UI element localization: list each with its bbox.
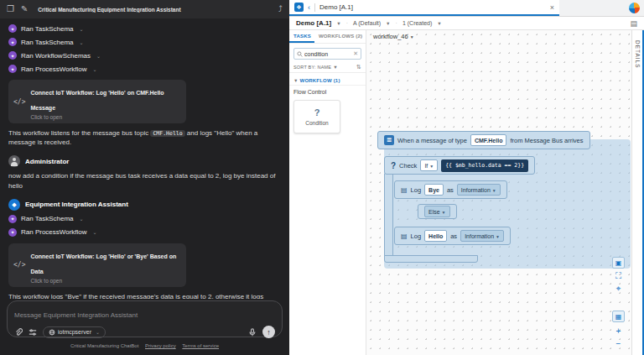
log-block[interactable]: ▤ Log Bye as Information ▼ bbox=[394, 180, 507, 199]
condition-expression[interactable]: {{ $mb_hello.data == 2}} bbox=[441, 159, 528, 172]
zoom-out-button[interactable]: − bbox=[612, 338, 625, 350]
new-chat-icon[interactable]: ✎ bbox=[21, 5, 28, 13]
back-icon[interactable]: ‹ bbox=[308, 3, 310, 12]
category-label: Flow Control bbox=[289, 85, 366, 97]
chevron-down-icon: ⌄ bbox=[80, 216, 84, 222]
auto-layout-button[interactable]: ▣ bbox=[612, 257, 625, 269]
fit-to-screen-button[interactable]: ⛶ bbox=[612, 270, 625, 282]
topic-value[interactable]: CMF.Hello bbox=[470, 134, 506, 146]
chat-panel: ❐ ✎ Critical Manufacturing Equipment Int… bbox=[0, 0, 289, 355]
workflow-result-card[interactable]: </> Connect IoT Workflow: Log 'Hello' on… bbox=[8, 80, 186, 123]
workflow-group-header[interactable]: ▼ WORKFLOW (1) bbox=[289, 73, 366, 85]
log-level-dropdown[interactable]: Information ▼ bbox=[457, 184, 501, 196]
log-label: Log bbox=[411, 232, 422, 240]
user-avatar bbox=[8, 155, 20, 167]
user-message: now add a condition if the message bus t… bbox=[8, 171, 278, 190]
assistant-header: ◆ Equipment Integration Assistant bbox=[8, 197, 281, 212]
center-selection-button[interactable]: ⌖ bbox=[612, 283, 625, 295]
log-block[interactable]: ▤ Log Hello as Information ▼ bbox=[394, 227, 511, 245]
mic-icon[interactable] bbox=[248, 328, 257, 337]
breadcrumb[interactable]: workflow_46 ▼ bbox=[373, 33, 414, 40]
divider bbox=[314, 3, 315, 12]
else-dropdown[interactable]: Else ▼ bbox=[424, 206, 450, 217]
chevron-down-icon[interactable]: ▼ bbox=[386, 21, 390, 26]
terms-link[interactable]: Terms of service bbox=[182, 343, 219, 348]
condition-operator-dropdown[interactable]: If ▼ bbox=[420, 159, 438, 171]
message-bus-icon: ≣ bbox=[384, 135, 394, 145]
sort-label[interactable]: SORT BY: NAME bbox=[293, 65, 331, 70]
tool-run-item[interactable]: ✦ Ran WorkflowSchemas ⌄ bbox=[8, 49, 281, 62]
share-icon[interactable]: ⤴ bbox=[278, 5, 283, 13]
designer-toolbar: Demo [A.1] ▼ · A (Default) ▼ · 1 (Create… bbox=[289, 17, 644, 30]
tool-run-item[interactable]: ✦ Ran TaskSchema ⌄ bbox=[8, 35, 281, 49]
tool-run-item[interactable]: ✦ Ran ProcessWorkflow ⌄ bbox=[8, 226, 281, 239]
chevron-down-icon: ▼ bbox=[293, 78, 299, 83]
tool-run-label: Ran TaskSchema bbox=[21, 215, 74, 222]
panel-menu-icon[interactable]: ▤ bbox=[630, 19, 637, 28]
chevron-down-icon: ▼ bbox=[492, 188, 496, 193]
chat-header: ❐ ✎ Critical Manufacturing Equipment Int… bbox=[0, 0, 289, 18]
state-selector[interactable]: 1 (Created) bbox=[402, 20, 432, 26]
chevron-down-icon[interactable]: ▼ bbox=[333, 65, 338, 70]
send-button[interactable]: ↑ bbox=[262, 326, 275, 338]
user-name: Administrator bbox=[25, 158, 69, 165]
designer-main: TASKS WORKFLOWS (2) ✕ SORT BY: NAME ▼ ⇅ … bbox=[289, 30, 644, 355]
chevron-down-icon: ▼ bbox=[429, 164, 434, 169]
tool-icon: ✦ bbox=[8, 228, 17, 237]
log-level-value: Information bbox=[465, 233, 494, 239]
chevron-down-icon[interactable]: ▼ bbox=[336, 21, 340, 26]
mcp-server-selector[interactable]: iotmcpserver ⌄ bbox=[43, 326, 106, 338]
operator-value: If bbox=[424, 163, 428, 169]
tool-icon: ✦ bbox=[8, 65, 17, 73]
sort-direction-icon[interactable]: ⇅ bbox=[356, 64, 361, 70]
tasks-sidebar: TASKS WORKFLOWS (2) ✕ SORT BY: NAME ▼ ⇅ … bbox=[289, 30, 366, 355]
code-icon: </> bbox=[13, 98, 25, 106]
chevron-down-icon: ⌄ bbox=[93, 66, 97, 72]
message-input[interactable] bbox=[14, 311, 275, 319]
inline-code: CMF.Hello bbox=[150, 130, 184, 137]
mcp-server-label: iotmcpserver bbox=[58, 329, 91, 335]
tool-run-item[interactable]: ✦ Ran ProcessWorkflow ⌄ bbox=[8, 62, 281, 76]
version-selector[interactable]: A (Default) bbox=[353, 20, 381, 26]
chat-footer: Critical Manufacturing ChatBot Privacy p… bbox=[0, 343, 289, 348]
check-block[interactable]: ? Check If ▼ {{ $mb_hello.data == 2}} bbox=[384, 156, 535, 175]
workflow-result-card[interactable]: </> Connect IoT Workflow: Log 'Hello' or… bbox=[8, 243, 186, 287]
workflow-name[interactable]: Demo [A.1] bbox=[296, 19, 331, 27]
trigger-block[interactable]: ≣ When a message of type CMF.Hello from … bbox=[377, 131, 590, 149]
details-tab[interactable]: DETAILS bbox=[635, 40, 641, 69]
designer-tab[interactable]: ❖ ‹ Demo [A.1] × bbox=[289, 0, 559, 16]
privacy-policy-link[interactable]: Privacy policy bbox=[145, 343, 176, 348]
log-as-label: as bbox=[450, 232, 457, 240]
tool-run-item[interactable]: ✦ Ran TaskSchema ⌄ bbox=[8, 212, 281, 226]
tool-run-label: Ran TaskSchema bbox=[21, 25, 74, 33]
minimap-button[interactable]: ▦ bbox=[612, 311, 625, 322]
task-card-condition[interactable]: ? Condition bbox=[293, 100, 340, 133]
settings-sliders-icon[interactable] bbox=[29, 328, 37, 337]
workflow-canvas[interactable]: workflow_46 ▼ ≣ When a message of type C… bbox=[366, 30, 631, 355]
assistant-message: This workflow logs "Bye" if the received… bbox=[8, 292, 278, 299]
log-icon: ▤ bbox=[401, 232, 408, 240]
designer-tabbar: ❖ ‹ Demo [A.1] × bbox=[289, 0, 644, 17]
else-block[interactable]: Else ▼ bbox=[418, 204, 457, 219]
tab-workflows[interactable]: WORKFLOWS (2) bbox=[314, 30, 366, 43]
close-icon[interactable]: × bbox=[550, 3, 554, 12]
log-message-value[interactable]: Bye bbox=[424, 184, 444, 196]
zoom-in-button[interactable]: + bbox=[612, 326, 625, 337]
company-logo-icon[interactable] bbox=[629, 3, 640, 13]
log-message-value[interactable]: Hello bbox=[424, 230, 447, 242]
log-level-dropdown[interactable]: Information ▼ bbox=[460, 230, 504, 242]
sidebar-tabs: TASKS WORKFLOWS (2) bbox=[289, 30, 366, 44]
chat-messages: ✦ Ran TaskSchema ⌄ ✦ Ran TaskSchema ⌄ ✦ … bbox=[0, 18, 289, 299]
else-label: Else bbox=[428, 209, 440, 215]
tool-run-item[interactable]: ✦ Ran TaskSchema ⌄ bbox=[8, 22, 281, 35]
chevron-down-icon[interactable]: ▼ bbox=[437, 21, 441, 26]
clear-search-icon[interactable]: ✕ bbox=[353, 50, 358, 57]
attach-icon[interactable] bbox=[14, 328, 23, 337]
question-mark-icon: ? bbox=[314, 107, 320, 117]
task-card-label: Condition bbox=[305, 120, 328, 126]
assistant-name: Equipment Integration Assistant bbox=[25, 201, 128, 208]
composer-toolbar: iotmcpserver ⌄ ↑ bbox=[14, 326, 275, 338]
sidebar-toggle-icon[interactable]: ❐ bbox=[7, 5, 14, 13]
search-input[interactable] bbox=[304, 51, 348, 57]
tab-tasks[interactable]: TASKS bbox=[289, 30, 314, 43]
